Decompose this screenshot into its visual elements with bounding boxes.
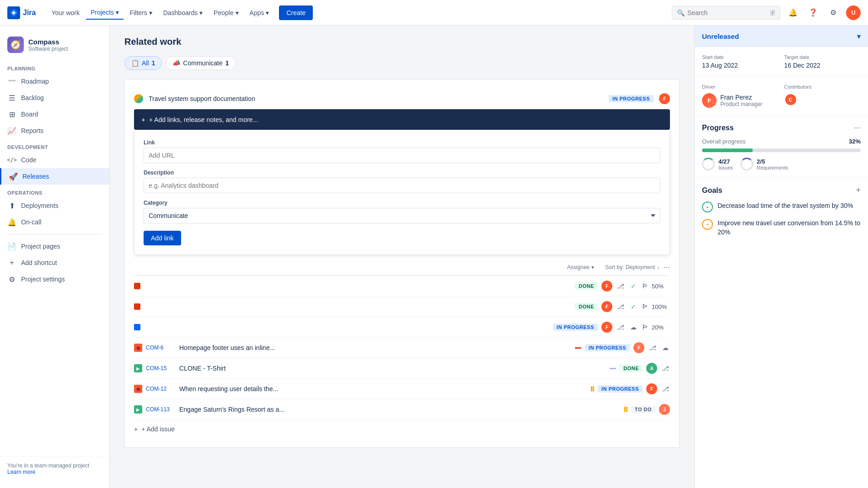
nav-people[interactable]: People ▾ [209,6,243,19]
search-input[interactable] [687,9,767,16]
sidebar-item-releases[interactable]: 🚀 Releases [0,168,109,185]
item-key[interactable]: COM-15 [146,365,176,371]
search-shortcut: / [770,10,775,16]
branch-icon: ⎇ [661,365,670,372]
item-title[interactable]: When requesting user details the... [179,385,587,393]
content-area: Related work 📋 All 1 📣 Communicate 1 [110,26,694,488]
add-link-form: Link Description Category Communicate Re… [134,130,670,255]
notifications-button[interactable]: 🔔 [786,5,800,20]
sidebar-item-project-settings[interactable]: ⚙ Project settings [0,271,109,287]
project-avatar: 🧭 [7,37,24,53]
priority-medium-icon [134,324,140,330]
nav-items: Your work Projects ▾ Filters ▾ Dashboard… [47,5,671,20]
nav-your-work[interactable]: Your work [47,6,84,19]
table-row: ▶ COM-113 Engage Saturn's Rings Resort a… [134,399,670,420]
filter-tab-communicate[interactable]: 📣 Communicate 1 [166,56,236,70]
sidebar-item-reports[interactable]: 📈 Reports [0,122,109,139]
add-issue-row[interactable]: + + Add issue [134,420,670,438]
travel-row-title[interactable]: Travel system support documentation [149,95,603,102]
progress-more-icon[interactable]: ··· [854,123,861,133]
item-key[interactable]: COM-6 [146,345,176,351]
filter-tab-all[interactable]: 📋 All 1 [124,56,162,70]
sort-arrow-icon: ↓ [657,264,659,271]
row-assignee: F [601,281,612,292]
main-layout: 🧭 Compass Software project PLANNING 〰 Ro… [0,26,868,488]
settings-button[interactable]: ⚙ [826,5,841,20]
category-select[interactable]: Communicate Release notes Design Other [144,208,660,223]
releases-icon: 🚀 [9,172,18,181]
create-button[interactable]: Create [279,5,313,20]
sidebar-item-board[interactable]: ⊞ Board [0,106,109,122]
priority-high-icon [134,283,140,289]
search-box[interactable]: 🔍 / [672,6,780,20]
goal-orange-icon [702,219,713,230]
sidebar-item-roadmap[interactable]: 〰 Roadmap [0,73,109,90]
th-sort[interactable]: Sort by: Deployment ↓ [605,264,659,271]
table-row: IN PROGRESS F ⎇ ☁ 🏳 20% [134,317,670,338]
item-key[interactable]: COM-12 [146,386,176,392]
nav-apps[interactable]: Apps ▾ [245,6,274,19]
nav-filters[interactable]: Filters ▾ [125,6,157,19]
percent-value: 100% [652,303,670,310]
release-header[interactable]: Unreleased ▾ [695,26,868,47]
sidebar-item-deployments[interactable]: ⬆ Deployments [0,197,109,214]
bug-icon: 🐞 [134,344,142,352]
communicate-tab-count: 1 [225,59,229,67]
sidebar-item-code[interactable]: </> Code [0,152,109,168]
communicate-tab-icon: 📣 [172,59,180,67]
status-in-progress-badge: IN PROGRESS [553,324,598,331]
right-panel: Unreleased ▾ Start date 13 Aug 2022 Targ… [694,26,868,488]
project-settings-icon: ⚙ [7,275,16,284]
sidebar-item-label: Board [21,111,38,118]
add-links-bar[interactable]: + + Add links, release notes, and more..… [134,109,670,130]
help-button[interactable]: ❓ [806,5,820,20]
item-title[interactable]: Homepage footer uses an inline... [179,344,571,351]
driver-role: Product manager [720,101,762,107]
item-title[interactable]: Engage Saturn's Rings Resort as a... [179,406,621,413]
branch-icon: ⎇ [661,385,670,393]
add-link-button[interactable]: Add link [144,231,181,245]
travel-row: Travel system support documentation IN P… [134,89,670,109]
user-avatar[interactable]: U [846,5,861,20]
sidebar-item-add-shortcut[interactable]: + Add shortcut [0,255,109,271]
status-done-badge: DONE [575,282,598,290]
link-input[interactable] [144,148,660,163]
sidebar-item-label: Roadmap [21,78,49,85]
category-field-row: Category Communicate Release notes Desig… [144,200,660,223]
goal-item-2: Improve new travel user conversion from … [702,219,861,237]
topnav-right: 🔍 / 🔔 ❓ ⚙ U [672,5,861,20]
learn-more-link[interactable]: Learn more [7,469,35,475]
sidebar-item-oncall[interactable]: 🔔 On-call [0,214,109,230]
add-goal-button[interactable]: + [856,186,861,195]
search-icon: 🔍 [677,9,685,16]
all-tab-icon: 📋 [131,59,139,67]
description-input[interactable] [144,178,660,193]
driver-avatar: F [702,93,717,108]
branch-icon: ⎇ [616,282,625,290]
release-driver-section: Driver F Fran Perez Product manager Cont… [695,77,868,116]
th-assignee[interactable]: Assignee ▾ [567,264,594,271]
issues-stat: 4/27 Issues [702,158,733,170]
item-title[interactable]: CLONE - T-Shirt [179,365,606,372]
logo[interactable]: Jira [7,6,36,19]
progress-title: Progress [702,124,734,132]
add-links-label: + Add links, release notes, and more... [149,116,258,123]
nav-dashboards[interactable]: Dashboards ▾ [159,6,207,19]
percent-value: 20% [652,324,670,331]
sidebar-item-backlog[interactable]: ☰ Backlog [0,90,109,106]
project-header: 🧭 Compass Software project [0,33,109,60]
branch-icon: ⎇ [648,344,657,351]
item-key[interactable]: COM-113 [146,406,176,413]
description-label: Description [144,170,660,176]
sidebar-item-project-pages[interactable]: 📄 Project pages [0,238,109,255]
add-issue-icon: + [134,425,138,433]
nav-projects[interactable]: Projects ▾ [86,6,123,20]
table-row: ▶ COM-15 CLONE - T-Shirt DONE A ⎇ [134,358,670,379]
sidebar-divider [7,234,102,234]
table-more-icon[interactable]: ··· [663,262,670,272]
release-dates: Start date 13 Aug 2022 Target date 16 De… [695,47,868,77]
goal-text-2: Improve new travel user conversion from … [718,219,861,237]
driver-text: Fran Perez Product manager [720,94,762,107]
status-badge: IN PROGRESS [598,385,643,393]
priority-badge [610,368,616,369]
